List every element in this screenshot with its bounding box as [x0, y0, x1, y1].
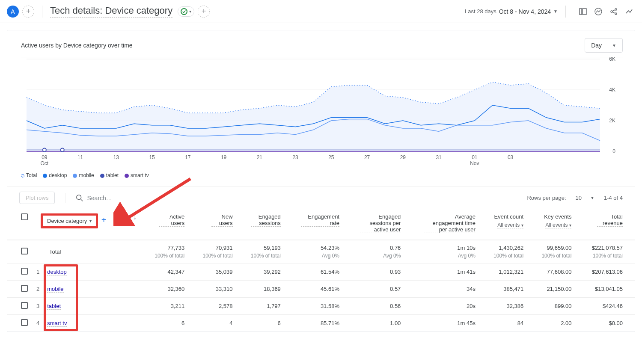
line-chart: 02K4K6K0911131517192123252729310103OctNo… [21, 57, 623, 169]
svg-text:09: 09 [42, 154, 48, 160]
plot-rows-button[interactable]: Plot rows [19, 192, 55, 204]
page-range: 1-4 of 4 [604, 195, 623, 201]
svg-text:4K: 4K [609, 87, 615, 93]
col-avg-engagement-time[interactable]: Average engagement time per active user [424, 213, 476, 233]
svg-text:2K: 2K [609, 118, 615, 124]
granularity-dropdown[interactable]: Day ▼ [585, 38, 623, 53]
search-placeholder: Search… [87, 195, 112, 201]
table-row: 4smart tv 64685.71% 1.001m 45s842.00 $0.… [7, 315, 635, 332]
svg-text:6K: 6K [609, 57, 615, 62]
chart-area: 02K4K6K0911131517192123252729310103OctNo… [21, 57, 623, 168]
status-pill[interactable]: ▾ [178, 6, 194, 17]
svg-text:23: 23 [292, 154, 298, 160]
date-range-picker[interactable]: Last 28 days Oct 8 - Nov 4, 2024 ▼ [465, 8, 558, 15]
check-icon [181, 8, 187, 15]
svg-text:03: 03 [508, 154, 514, 160]
caret-down-icon: ▾ [189, 9, 191, 14]
event-count-filter[interactable]: All events ▾ [497, 222, 523, 228]
sort-arrow-down-icon[interactable]: ↓ [133, 213, 137, 221]
divider [565, 6, 566, 18]
table-row: 1desktop 42,34735,03939,29261.54% 0.931m… [7, 263, 635, 281]
table-controls: Plot rows Search… Rows per page: 10▼ 1-4… [7, 186, 635, 209]
search-icon [76, 194, 83, 202]
row-checkbox[interactable] [21, 302, 28, 309]
rows-per-page-label: Rows per page: [527, 195, 566, 201]
topbar: A + Tech details: Device category ▾ + La… [0, 0, 642, 23]
svg-rect-1 [583, 9, 586, 15]
search-input[interactable]: Search… [76, 194, 112, 202]
svg-text:21: 21 [257, 154, 263, 160]
select-all-checkbox[interactable] [21, 213, 28, 220]
key-events-filter[interactable]: All events ▾ [545, 222, 571, 228]
row-checkbox[interactable] [21, 248, 28, 255]
caret-down-icon: ▼ [612, 43, 616, 48]
col-engaged-sessions[interactable]: Engaged sessions [251, 213, 281, 227]
page-title: Tech details: Device category [50, 5, 172, 18]
date-range-text: Oct 8 - Nov 4, 2024 [499, 8, 551, 15]
data-table: Device category▾ + ↓ Active users New us… [7, 209, 635, 331]
row-dimension[interactable]: 3tablet [32, 298, 126, 315]
report-panel: Active users by Device category over tim… [7, 30, 635, 332]
svg-point-4 [615, 9, 617, 10]
row-checkbox[interactable] [21, 319, 28, 326]
svg-text:29: 29 [400, 154, 406, 160]
share-icon[interactable] [608, 6, 620, 18]
total-row: Total 77,733100% of total 70,931100% of … [7, 240, 635, 263]
table-row: 2mobile 32,36033,31018,36945.61% 0.5734s… [7, 281, 635, 298]
svg-text:13: 13 [113, 154, 119, 160]
svg-text:01: 01 [472, 154, 478, 160]
add-dimension-button[interactable]: + [101, 215, 107, 225]
svg-point-14 [43, 148, 46, 151]
legend-total[interactable]: Total [21, 172, 37, 178]
table-row: 3tablet 3,2112,5781,79731.58% 0.5620s32,… [7, 298, 635, 315]
col-event-count[interactable]: Event count [494, 213, 524, 220]
col-total-revenue[interactable]: Total revenue [597, 213, 623, 227]
row-dimension[interactable]: 2mobile [32, 281, 126, 298]
svg-rect-0 [580, 9, 582, 15]
svg-text:Oct: Oct [41, 160, 49, 166]
svg-text:27: 27 [364, 154, 370, 160]
add-filter-button[interactable]: + [198, 6, 210, 18]
chart-legend: Total desktop mobile tablet smart tv [7, 172, 635, 186]
row-checkbox[interactable] [21, 285, 28, 292]
svg-text:0: 0 [612, 148, 615, 154]
svg-text:15: 15 [149, 154, 155, 160]
col-active-users[interactable]: Active users [159, 213, 184, 227]
dimension-dropdown[interactable]: Device category▾ [45, 216, 93, 225]
legend-tablet[interactable]: tablet [100, 172, 119, 178]
svg-text:17: 17 [185, 154, 191, 160]
svg-text:25: 25 [328, 154, 334, 160]
row-checkbox[interactable] [21, 268, 28, 275]
svg-point-5 [615, 13, 617, 15]
insights-icon[interactable] [592, 6, 604, 18]
svg-point-3 [611, 11, 612, 12]
row-dimension[interactable]: 1desktop [32, 263, 126, 281]
divider [42, 6, 42, 18]
trend-icon[interactable] [623, 6, 635, 18]
svg-point-15 [61, 148, 64, 151]
date-prefix: Last 28 days [465, 8, 496, 15]
chart-title: Active users by Device category over tim… [21, 42, 133, 49]
svg-text:19: 19 [221, 154, 227, 160]
avatar[interactable]: A [7, 6, 19, 18]
svg-point-32 [77, 195, 81, 199]
legend-smart-tv[interactable]: smart tv [125, 172, 149, 178]
col-engagement-rate[interactable]: Engagement rate [301, 213, 339, 227]
svg-text:11: 11 [77, 154, 83, 160]
caret-down-icon: ▼ [553, 9, 558, 14]
granularity-label: Day [591, 42, 602, 49]
pager: Rows per page: 10▼ 1-4 of 4 [527, 195, 623, 201]
col-key-events[interactable]: Key events [544, 213, 571, 220]
row-dimension[interactable]: 4smart tv [32, 315, 126, 332]
legend-mobile[interactable]: mobile [73, 172, 94, 178]
rows-per-page-dropdown[interactable]: 10▼ [576, 195, 594, 201]
total-label: Total [32, 240, 126, 263]
col-new-users[interactable]: New users [211, 213, 233, 227]
add-comparison-button[interactable]: + [22, 6, 34, 18]
svg-text:Nov: Nov [470, 160, 479, 166]
col-engaged-per-user[interactable]: Engaged sessions per active user [360, 213, 401, 233]
customize-report-icon[interactable] [577, 6, 589, 18]
svg-text:31: 31 [436, 154, 442, 160]
legend-desktop[interactable]: desktop [43, 172, 67, 178]
